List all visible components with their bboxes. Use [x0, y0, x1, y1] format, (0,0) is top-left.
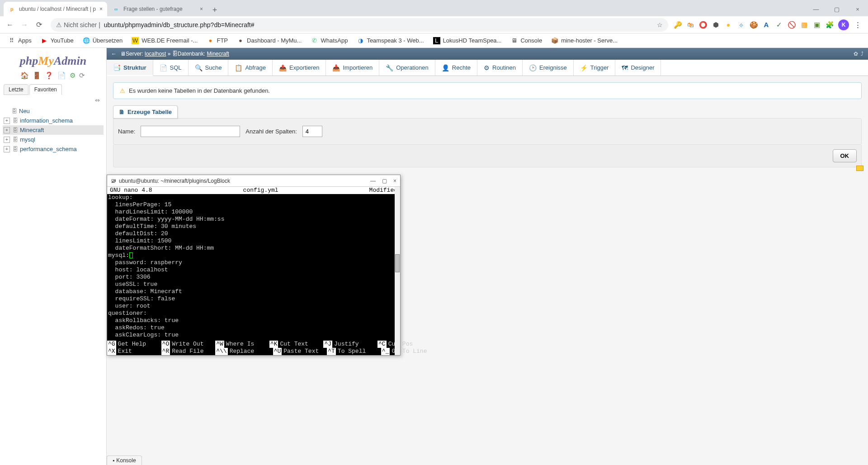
url-bar[interactable]: ⚠ Nicht sicher | ubuntu/phpmyadmin/db_st… [51, 18, 668, 32]
table-name-input[interactable] [141, 126, 240, 137]
home-icon[interactable]: 🏠 [20, 71, 30, 79]
menu-designer[interactable]: 🗺Designer [615, 60, 661, 76]
yellow-marker[interactable] [856, 166, 863, 171]
back-button[interactable]: ← [4, 19, 16, 31]
settings-icon[interactable]: ⚙ [70, 71, 76, 79]
terminal-titlebar[interactable]: 🖳 ubuntu@ubuntu: ~/minecraft/plugins/Log… [107, 175, 400, 187]
ext-icon[interactable]: ⟐ [737, 21, 745, 29]
terminal-scrollbar[interactable] [395, 187, 400, 355]
ext-icon[interactable]: 🛍 [686, 21, 694, 29]
menu-struktur[interactable]: 📑Struktur [107, 60, 153, 76]
bookmark-apps[interactable]: ⠿Apps [5, 35, 35, 46]
expand-icon[interactable]: + [4, 127, 10, 133]
bookmark-star-icon[interactable]: ☆ [657, 21, 663, 28]
ext-icon[interactable]: 🔑 [674, 21, 682, 29]
term-close-button[interactable]: × [393, 178, 396, 184]
expand-icon[interactable]: + [4, 118, 10, 124]
tree-db-item[interactable]: +🗄Minecraft [3, 125, 104, 135]
bookmark-console[interactable]: 🖥Console [507, 35, 546, 46]
browser-tab-inactive[interactable]: ∞ Frage stellen - gutefrage × [108, 2, 208, 16]
bookmark-dashboard[interactable]: ●Dashboard - MyMu... [233, 35, 305, 46]
ext-icon[interactable]: ● [724, 21, 732, 29]
menu-ereignisse[interactable]: 🕑Ereignisse [523, 60, 574, 76]
nav-toggle-icon[interactable]: ← [111, 51, 117, 57]
forward-button[interactable]: → [18, 19, 31, 31]
ext-icon[interactable]: ▦ [800, 21, 808, 29]
bookmark-lokushd[interactable]: LLokusHD TeamSpea... [429, 35, 505, 46]
tab-favorites[interactable]: Favoriten [29, 84, 62, 95]
minimize-button[interactable]: — [806, 2, 826, 16]
tree-label: Neu [19, 108, 30, 114]
menu-sql[interactable]: 📄SQL [153, 60, 189, 76]
extensions-icon[interactable]: 🧩 [826, 21, 834, 29]
terminal-window[interactable]: 🖳 ubuntu@ubuntu: ~/minecraft/plugins/Log… [107, 175, 401, 356]
whatsapp-icon: ✆ [311, 37, 318, 44]
reload-icon[interactable]: ⟳ [79, 71, 86, 79]
menu-operationen[interactable]: 🔧Operationen [379, 60, 435, 76]
menu-exportieren[interactable]: 📤Exportieren [273, 60, 326, 76]
ok-button[interactable]: OK [833, 149, 857, 162]
expand-icon[interactable]: + [4, 146, 10, 152]
nano-key: ^O [161, 341, 170, 348]
bookmark-label: Teamspeak 3 - Web... [367, 37, 424, 44]
ext-icon[interactable]: ▣ [813, 21, 821, 29]
tree-db-item[interactable]: +🗄information_schema [3, 116, 104, 125]
security-indicator[interactable]: ⚠ Nicht sicher | [56, 21, 100, 28]
ext-icon[interactable]: A [762, 21, 770, 29]
pma-quick-icons: 🏠 🚪 ❓ 📄 ⚙ ⟳ [0, 70, 106, 83]
dashboard-icon: ● [237, 37, 244, 44]
close-icon[interactable]: × [96, 6, 103, 12]
bookmark-webde[interactable]: WWEB.DE Freemail -... [128, 35, 201, 46]
lokushd-icon: L [433, 37, 440, 44]
ext-icon[interactable]: 🚫 [788, 21, 796, 29]
bookmark-translate[interactable]: 🌐Übersetzen [79, 35, 126, 46]
ext-icon[interactable]: ⬢ [712, 21, 720, 29]
page-up-icon[interactable]: ⤴ [861, 51, 863, 57]
server-link[interactable]: localhost [145, 51, 166, 57]
bookmark-label: YouTube [51, 37, 74, 44]
menu-rechte[interactable]: 👤Rechte [435, 60, 477, 76]
menu-importieren[interactable]: 📥Importieren [326, 60, 379, 76]
ext-icon[interactable]: ✓ [775, 21, 783, 29]
tab-recent[interactable]: Letzte [4, 84, 28, 95]
menu-icon[interactable]: ⋮ [854, 21, 862, 29]
term-minimize-button[interactable]: — [370, 178, 376, 184]
scrollbar-thumb[interactable] [395, 254, 400, 272]
term-maximize-button[interactable]: ▢ [382, 178, 387, 184]
docs-icon[interactable]: ❓ [45, 71, 54, 79]
logo-php: php [20, 54, 38, 67]
terminal-body[interactable]: GNU nano 4.8 config.yml Modified lookup:… [107, 187, 400, 355]
link-icon[interactable]: ⇔ [0, 96, 106, 104]
tree-db-item[interactable]: +🗄performance_schema [3, 144, 104, 154]
terminal-content[interactable]: lookup: linesPerPage: 15 hardLinesLimit:… [107, 194, 400, 341]
page-settings-icon[interactable]: ✿ [854, 51, 858, 57]
menu-trigger[interactable]: ⚡Trigger [574, 60, 616, 76]
close-icon[interactable]: × [196, 6, 203, 12]
konsole-tab[interactable]: ▪ Konsole [107, 456, 142, 465]
nano-cmd: Get Help [116, 341, 161, 348]
sql-icon[interactable]: 📄 [57, 71, 67, 79]
db-link[interactable]: Minecraft [207, 51, 229, 57]
profile-avatar[interactable]: K [838, 19, 849, 30]
bookmark-minehoster[interactable]: 📦mine-hoster - Serve... [547, 35, 621, 46]
bookmark-ftp[interactable]: ●FTP [203, 35, 231, 46]
tree-new[interactable]: 🗄 Neu [3, 106, 104, 116]
table-cols-input[interactable] [302, 126, 322, 137]
bookmark-whatsapp[interactable]: ✆WhatsApp [307, 35, 351, 46]
menu-routinen[interactable]: ⚙Routinen [477, 60, 523, 76]
menu-icon: ⚙ [484, 64, 490, 71]
close-window-button[interactable]: × [847, 2, 868, 16]
maximize-button[interactable]: ▢ [826, 2, 847, 16]
menu-abfrage[interactable]: 📋Abfrage [228, 60, 273, 76]
ext-icon[interactable]: ⭕ [699, 21, 707, 29]
tree-db-item[interactable]: +🗄mysql [3, 135, 104, 144]
new-tab-button[interactable]: + [208, 4, 221, 16]
browser-tab-active[interactable]: p ubuntu / localhost / Minecraft | p × [4, 2, 107, 16]
bookmark-teamspeak[interactable]: ◑Teamspeak 3 - Web... [353, 35, 427, 46]
bookmark-youtube[interactable]: ▶YouTube [37, 35, 77, 46]
logout-icon[interactable]: 🚪 [33, 71, 42, 79]
ext-icon[interactable]: 🍪 [750, 21, 758, 29]
expand-icon[interactable]: + [4, 137, 10, 143]
menu-suche[interactable]: 🔍Suche [189, 60, 229, 76]
reload-button[interactable]: ⟳ [33, 19, 45, 31]
